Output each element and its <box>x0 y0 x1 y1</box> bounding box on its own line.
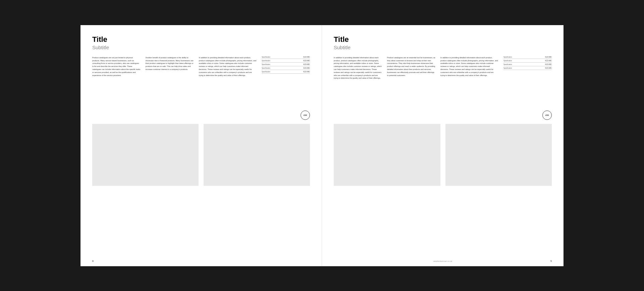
spec-value-4: #123 ABC <box>303 67 310 69</box>
spec-label-1: Specification <box>262 56 270 58</box>
right-website: stephenkelman.co.uk <box>433 260 452 262</box>
spec-label-3: Specification <box>262 64 270 65</box>
right-col1-text: In addition to providing detailed inform… <box>334 56 382 120</box>
left-top-section: Product catalogues are not just limited … <box>92 56 310 120</box>
right-page: Title Subtitle In addition to providing … <box>322 25 564 266</box>
spec-row-3: Specification #123 ABC <box>262 64 310 66</box>
left-col3-text: In addition to providing detailed inform… <box>199 56 257 120</box>
spec-row-5: Specification #123 ABC <box>262 71 310 74</box>
right-price-badge: £99 <box>542 111 552 120</box>
left-price-badge: £99 <box>301 111 310 120</box>
left-col2-text: Another benefit of product catalogues is… <box>146 56 194 120</box>
right-top-section: In addition to providing detailed inform… <box>334 56 552 120</box>
spec-value-2: #123 ABC <box>303 60 310 62</box>
spec-row-1: Specification #123 ABC <box>262 56 310 59</box>
right-spec-table: Specification #123 ABC Specification #12… <box>503 56 552 70</box>
right-page-title: Title <box>334 35 552 44</box>
left-page: Title Subtitle Product catalogues are no… <box>80 25 322 266</box>
left-image-1 <box>92 124 199 186</box>
right-spec-row-1: Specification #123 ABC <box>503 56 552 59</box>
right-spec-value-4: #123 ABC <box>545 67 552 69</box>
right-image-1 <box>334 124 440 186</box>
spec-label-2: Specification <box>262 60 270 62</box>
spread-container: Title Subtitle Product catalogues are no… <box>80 25 564 266</box>
spec-label-4: Specification <box>262 67 270 69</box>
right-bottom-images <box>334 124 552 186</box>
left-page-number: 8 <box>92 260 94 262</box>
right-page-subtitle: Subtitle <box>334 45 552 50</box>
left-page-subtitle: Subtitle <box>92 45 310 50</box>
right-spec-value-1: #123 ABC <box>545 56 552 58</box>
right-spec-label-4: Specification <box>503 67 512 69</box>
right-spec-row-4: Specification #123 ABC <box>503 67 552 70</box>
right-spec-row-2: Specification #123 ABC <box>503 60 552 63</box>
right-spec-value-3: #123 ABC <box>545 64 552 65</box>
spec-value-1: #123 ABC <box>303 56 310 58</box>
spec-value-3: #123 ABC <box>303 64 310 65</box>
right-spec-label-3: Specification <box>503 64 512 65</box>
spec-label-5: Specification <box>262 71 270 73</box>
right-spec-label-2: Specification <box>503 60 512 62</box>
left-specs-price-col: Specification #123 ABC Specification #12… <box>262 56 310 120</box>
left-col1-text: Product catalogues are not just limited … <box>92 56 141 120</box>
spec-row-4: Specification #123 ABC <box>262 67 310 70</box>
right-col3-text: In addition to providing detailed inform… <box>440 56 498 120</box>
right-col2-text: Product catalogues are an essential tool… <box>387 56 435 120</box>
spec-row-2: Specification #123 ABC <box>262 60 310 63</box>
right-spec-label-1: Specification <box>503 56 512 58</box>
left-page-title: Title <box>92 35 310 44</box>
left-bottom-images <box>92 124 310 186</box>
left-image-2 <box>204 124 310 186</box>
right-spec-value-2: #123 ABC <box>545 60 552 62</box>
spec-value-5: #123 ABC <box>303 71 310 73</box>
right-spec-row-3: Specification #123 ABC <box>503 64 552 66</box>
right-image-2 <box>445 124 552 186</box>
right-page-number: 9 <box>550 260 552 262</box>
left-spec-table: Specification #123 ABC Specification #12… <box>262 56 310 74</box>
right-specs-price-col: Specification #123 ABC Specification #12… <box>503 56 552 120</box>
